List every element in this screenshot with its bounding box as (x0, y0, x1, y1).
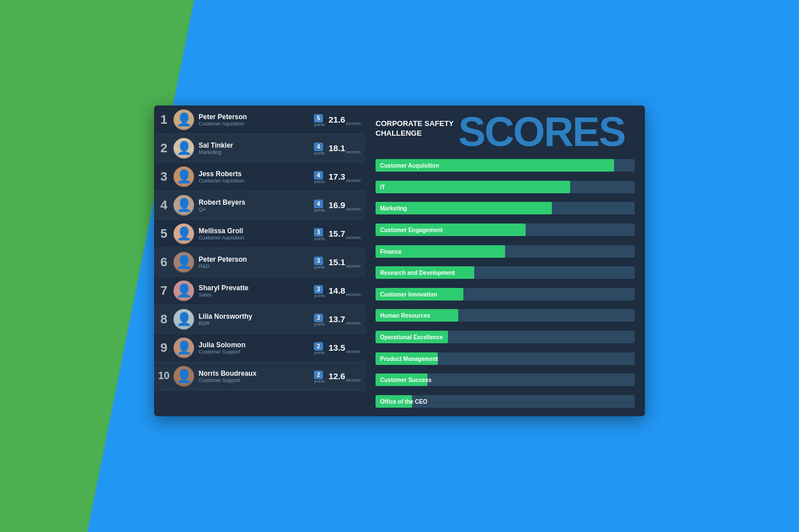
rank-number: 7 (156, 283, 171, 298)
person-info: Sal Tinkler Marketing (199, 141, 312, 155)
seconds-value: 14.8 (329, 286, 345, 295)
person-icon: 👤 (176, 252, 192, 273)
person-dept: Sales (199, 292, 312, 298)
dept-name: Customer Innovation (380, 291, 437, 297)
score-bar: 4 points 17.3 seconds (314, 169, 361, 184)
points-label: points (314, 351, 325, 355)
dept-bar-wrap: IT (376, 181, 635, 193)
score-bar: 2 points 13.5 seconds (314, 340, 361, 355)
dept-bars-container: Customer Acquisition IT Marketing Custom… (376, 157, 635, 409)
person-dept: Customer Aquisition (199, 235, 312, 241)
person-info: Robert Beyers QA (199, 198, 312, 212)
dept-bar-wrap: Customer Innovation (376, 288, 635, 300)
scores-card: 1 👤 Peter Peterson Customer Aquisition 5… (154, 105, 645, 416)
seconds-value: 16.9 (329, 200, 345, 210)
score-bar: 4 points 16.9 seconds (314, 198, 361, 212)
dept-name: Customer Engagement (380, 227, 442, 233)
points-value: 3 (314, 314, 323, 322)
points-value: 3 (314, 257, 323, 265)
list-item: Human Resources (376, 307, 635, 323)
seconds-value: 15.7 (329, 229, 345, 238)
seconds-label: seconds (346, 178, 361, 182)
person-name: Mellissa Groll (199, 227, 312, 235)
dept-bar-wrap: Human Resources (376, 309, 635, 322)
table-row: 1 👤 Peter Peterson Customer Aquisition 5… (154, 105, 365, 134)
title-area: CORPORATE SAFETYCHALLENGE SCORES (376, 115, 635, 149)
points-label: points (314, 208, 325, 212)
points-value: 2 (314, 371, 323, 379)
avatar: 👤 (173, 309, 194, 330)
avatar: 👤 (173, 252, 194, 273)
points-value: 3 (314, 228, 323, 237)
person-dept: BDR (199, 320, 312, 326)
seconds-value: 17.3 (329, 172, 345, 181)
table-row: 6 👤 Peter Peterson R&D 3 points 15.1 sec… (154, 248, 365, 277)
list-item: Customer Success (376, 372, 635, 388)
seconds-value: 13.7 (329, 314, 345, 324)
rank-number: 8 (156, 312, 171, 327)
table-row: 7 👤 Sharyl Prevatte Sales 3 points 14.8 … (154, 277, 365, 305)
seconds-label: seconds (346, 207, 361, 211)
person-name: Norris Boudreaux (199, 369, 312, 377)
dept-bar-wrap: Marketing (376, 202, 635, 214)
seconds-value: 13.5 (329, 343, 345, 352)
points-value: 4 (314, 200, 323, 208)
person-name: Sharyl Prevatte (199, 284, 312, 292)
table-row: 5 👤 Mellissa Groll Customer Aquisition 3… (154, 220, 365, 248)
list-item: Marketing (376, 200, 635, 216)
list-item: Office of the CEO (376, 393, 635, 409)
seconds-label: seconds (346, 150, 361, 154)
score-bar: 3 points 15.7 seconds (314, 226, 361, 241)
person-icon: 👤 (176, 195, 192, 216)
points-value: 5 (314, 114, 323, 123)
points-label: points (314, 322, 325, 326)
seconds-value: 21.6 (329, 115, 345, 124)
score-bar: 5 points 21.6 seconds (314, 112, 361, 127)
table-row: 4 👤 Robert Beyers QA 4 points 16.9 secon… (154, 191, 365, 220)
dept-name: Customer Success (380, 377, 431, 383)
score-bar: 3 points 13.7 seconds (314, 312, 361, 326)
dept-name: Office of the CEO (380, 398, 427, 404)
dept-name: Product Management (380, 355, 438, 362)
person-name: Peter Peterson (199, 255, 312, 263)
leaderboard-panel: 1 👤 Peter Peterson Customer Aquisition 5… (154, 105, 365, 416)
points-label: points (314, 237, 325, 241)
dept-name: IT (380, 184, 385, 190)
table-row: 3 👤 Jess Roberts Customer Aquisition 4 p… (154, 163, 365, 191)
dept-name: Finance (380, 248, 402, 254)
person-dept: QA (199, 206, 312, 212)
dept-bar-wrap: Finance (376, 245, 635, 258)
seconds-value: 12.6 (329, 371, 345, 381)
avatar: 👤 (173, 138, 194, 159)
card-title-scores: SCORES (458, 115, 625, 149)
person-info: Jess Roberts Customer Aquisition (199, 170, 312, 184)
score-bar: 4 points 18.1 seconds (314, 141, 361, 155)
person-name: Julia Solomon (199, 341, 312, 349)
person-info: Julia Solomon Customer Support (199, 341, 312, 355)
list-item: Customer Innovation (376, 286, 635, 302)
chart-panel: CORPORATE SAFETYCHALLENGE SCORES Custome… (365, 105, 645, 416)
person-info: Norris Boudreaux Customer Support (199, 369, 312, 383)
rank-number: 2 (156, 141, 171, 156)
dept-bar-wrap: Research and Development (376, 266, 635, 279)
seconds-label: seconds (346, 121, 361, 125)
list-item: Product Management (376, 351, 635, 367)
person-name: Jess Roberts (199, 170, 312, 178)
points-value: 4 (314, 171, 323, 180)
rank-number: 1 (156, 112, 171, 127)
person-name: Robert Beyers (199, 198, 312, 206)
person-dept: Customer Support (199, 349, 312, 355)
list-item: Research and Development (376, 265, 635, 281)
list-item: Customer Engagement (376, 222, 635, 238)
dept-bar-wrap: Product Management (376, 352, 635, 365)
points-label: points (314, 379, 325, 383)
points-label: points (314, 265, 325, 269)
rank-number: 4 (156, 198, 171, 213)
person-info: Peter Peterson R&D (199, 255, 312, 269)
rank-number: 5 (156, 226, 171, 241)
seconds-label: seconds (346, 293, 361, 297)
avatar: 👤 (173, 224, 194, 244)
seconds-label: seconds (346, 235, 361, 239)
person-icon: 👤 (176, 224, 192, 244)
list-item: Operational Excellence (376, 329, 635, 345)
